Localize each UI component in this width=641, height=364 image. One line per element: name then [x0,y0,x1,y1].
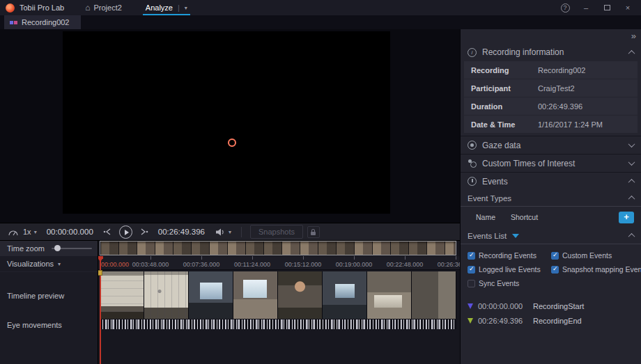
field-label: Date & Time [471,120,538,129]
preview-thumbnail[interactable] [412,271,456,319]
timeline-preview-row: Timeline preview [0,271,98,319]
filter-recording-events[interactable]: Recording Events [468,251,550,260]
window-controls: ? – × [555,0,638,15]
filter-snapshot-mapping-events[interactable]: Snapshot mapping Events [551,265,641,274]
snapshots-button[interactable]: Snapshots [250,225,303,239]
time-zoom-row: Time zoom [0,241,98,256]
section-events[interactable]: Events [461,172,641,190]
project-menu[interactable]: ⌂ Project2 [85,3,122,13]
eye-movements-track[interactable] [100,319,456,329]
time-zoom-slider[interactable] [52,248,92,249]
filter-sync-events[interactable]: Sync Events [468,279,550,287]
chevron-down-icon[interactable] [628,141,635,148]
field-label: Participant [471,84,538,93]
ruler-tick: 00:11:24.000 [234,261,270,268]
current-time: 00:00:00.000 [47,228,93,236]
ruler-tick: 00:22:48.000 [387,261,424,268]
times-of-interest-icon [468,159,477,168]
section-recording-information[interactable]: Recording information [461,43,641,61]
time-zoom-slider-knob[interactable] [54,245,61,251]
preview-thumbnail[interactable] [323,271,367,319]
visualizations-dropdown[interactable]: Visualizations ▾ [0,256,98,271]
timeline-preview-label: Timeline preview [7,292,64,300]
analyze-label: Analyze [146,3,173,12]
chevron-up-icon[interactable] [628,179,635,186]
filter-logged-live-events[interactable]: Logged live Events [468,265,550,274]
play-button[interactable] [119,225,132,239]
help-button[interactable]: ? [555,0,576,15]
event-time: 00:26:49.396 [478,317,528,325]
next-event-button[interactable] [139,228,148,235]
visualizations-label: Visualizations [7,260,54,268]
event-marker-icon [468,318,473,324]
minimize-button[interactable]: – [576,0,596,15]
preview-thumbnail[interactable] [144,271,189,319]
checkbox[interactable] [468,252,475,260]
tab-separator: | [178,3,180,12]
section-gaze-data[interactable]: Gaze data [461,136,641,154]
speed-value: 1x [23,228,31,236]
chevron-down-icon: ▾ [34,229,37,235]
timeline-filmstrip-thumbnails[interactable] [100,241,456,255]
checkbox-label: Sync Events [479,279,519,287]
chevron-down-icon[interactable]: ▾ [185,5,187,11]
chevron-up-icon[interactable] [628,233,635,240]
ruler-tick: 00:07:36.000 [183,261,220,268]
timeline-ruler[interactable]: 00:00.000 00:03:48.000 00:07:36.000 00:1… [98,256,460,270]
chevron-down-icon[interactable] [628,159,635,166]
preview-thumbnail[interactable] [233,271,278,319]
recording-icon [10,21,17,24]
ruler-tick: 00:26:36.000 [438,261,460,268]
snapshots-lock-button[interactable] [307,226,320,238]
table-row: Participant CraigTest2 [464,79,638,97]
project-name: Project2 [93,3,121,12]
timeline-preview-thumbnails[interactable] [100,271,456,319]
divider [241,227,242,237]
playhead-handle[interactable] [98,256,103,259]
filter-icon[interactable] [512,234,519,238]
timeline-track-labels: Time zoom Visualizations ▾ Timeline prev… [0,241,98,364]
volume-control[interactable]: ▾ [216,228,231,236]
add-event-type-button[interactable]: + [619,212,634,223]
checkbox[interactable] [468,280,475,287]
event-types-header[interactable]: Event Types [461,190,641,207]
events-list-title: Events List [468,232,507,240]
field-value: Recording002 [538,66,631,74]
preview-thumbnail[interactable] [189,271,233,319]
chevron-down-icon: ▾ [229,229,231,235]
ruler-tick: 00:15:12.000 [285,261,322,268]
preview-thumbnail[interactable] [278,271,323,319]
home-icon: ⌂ [85,3,90,13]
chevron-up-icon[interactable] [628,49,635,56]
close-icon: × [626,3,630,12]
panel-header-strip: » [461,29,641,43]
preview-thumbnail[interactable] [367,271,412,319]
gaze-icon [468,141,477,150]
name-column-header: Name [476,213,495,221]
tab-analyze[interactable]: Analyze | ▾ [143,0,190,15]
close-button[interactable]: × [617,0,638,15]
checkbox[interactable] [551,266,559,274]
tobii-logo-icon [6,3,15,13]
speed-selector[interactable]: 1x ▾ [23,228,37,236]
preview-thumbnail[interactable] [100,271,144,319]
maximize-button[interactable] [596,0,617,15]
event-time: 00:00:00.000 [478,302,528,310]
minimize-icon: – [584,3,588,12]
checkbox[interactable] [468,266,475,274]
tab-recording002[interactable]: Recording002 [4,15,81,29]
chevron-down-icon: ▾ [58,261,61,267]
events-list-header[interactable]: Events List [461,228,641,244]
list-item[interactable]: 00:00:00.000 RecordingStart [461,299,641,313]
event-filter-checkboxes: Recording Events Custom Events Logged li… [461,244,641,292]
collapse-panel-icon[interactable]: » [631,31,635,41]
section-custom-times-of-interest[interactable]: Custom Times of Interest [461,154,641,172]
checkbox[interactable] [551,252,559,260]
start-marker-flag[interactable] [98,270,102,276]
eye-movements-row: Eye movements [0,319,98,331]
checkbox-label: Custom Events [562,251,612,260]
chevron-up-icon[interactable] [628,196,635,203]
previous-event-button[interactable] [103,228,112,235]
list-item[interactable]: 00:26:49.396 RecordingEnd [461,313,641,328]
filter-custom-events[interactable]: Custom Events [551,251,641,260]
